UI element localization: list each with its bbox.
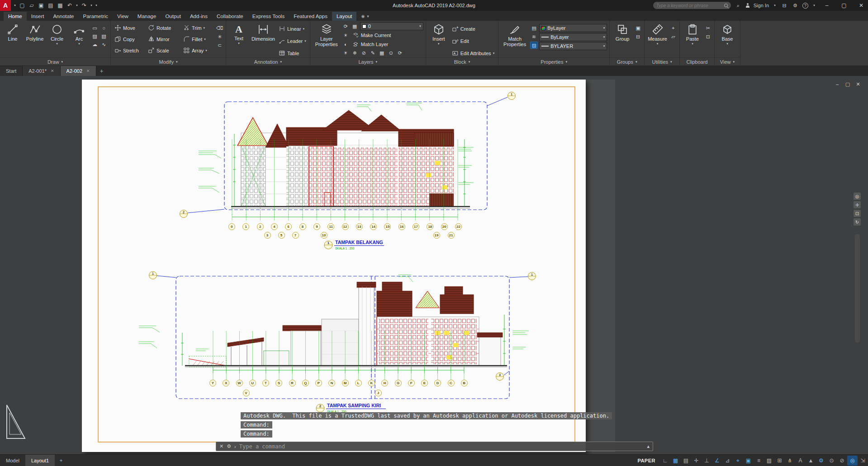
help-search[interactable] bbox=[653, 2, 731, 9]
command-customize-icon[interactable]: ⚙ bbox=[227, 443, 231, 449]
zoom-extents-icon[interactable]: ⊡ bbox=[854, 210, 861, 217]
array-caret-icon[interactable]: ▾ bbox=[205, 49, 207, 52]
rectangle-icon[interactable]: ▭ bbox=[91, 24, 99, 32]
match-properties-tool[interactable]: Match Properties bbox=[501, 22, 529, 56]
utilities-panel-label[interactable]: Utilities▾ bbox=[645, 57, 679, 66]
modify-panel-label[interactable]: Modify▾ bbox=[111, 57, 226, 66]
text-tool[interactable]: A Text ▾ bbox=[228, 22, 249, 56]
arc-caret-icon[interactable]: ▾ bbox=[78, 42, 80, 45]
app-menu-caret-icon[interactable]: ▾ bbox=[13, 1, 17, 10]
close-button[interactable]: ✕ bbox=[854, 0, 868, 11]
gradient-icon[interactable]: ▧ bbox=[100, 33, 108, 40]
new-layout-button[interactable]: ＋ bbox=[55, 455, 67, 466]
insert-caret-icon[interactable]: ▾ bbox=[438, 42, 440, 45]
save-icon[interactable]: ▣ bbox=[37, 1, 46, 10]
revcloud-icon[interactable]: ☁ bbox=[91, 41, 99, 48]
infer-constraints-icon[interactable]: ✛ bbox=[691, 456, 702, 466]
rotate-tool[interactable]: Rotate bbox=[147, 22, 182, 33]
drafting-settings-icon[interactable]: ∟ bbox=[660, 456, 670, 466]
layer-edit-icon[interactable]: ✎ bbox=[369, 49, 377, 56]
erase-icon[interactable]: ⌫ bbox=[216, 24, 223, 32]
tab-annotate[interactable]: Annotate bbox=[48, 12, 78, 21]
plot-icon[interactable]: ▦ bbox=[56, 1, 65, 10]
measure-caret-icon[interactable]: ▾ bbox=[657, 42, 659, 45]
maximize-button[interactable]: ▢ bbox=[837, 0, 851, 11]
tab-manage[interactable]: Manage bbox=[133, 12, 161, 21]
tab-output[interactable]: Output bbox=[161, 12, 185, 21]
command-recent-caret-icon[interactable]: ▴ bbox=[647, 443, 650, 449]
autocad-logo-icon[interactable]: A bbox=[0, 0, 11, 11]
close-tab-icon[interactable]: ✕ bbox=[51, 69, 54, 73]
match-layer-tool[interactable]: Match Layer bbox=[351, 40, 390, 48]
help-icon[interactable]: ? bbox=[802, 3, 808, 9]
lineweight-icon[interactable]: ≡ bbox=[754, 456, 764, 466]
measure-tool[interactable]: Measure ▾ bbox=[647, 22, 668, 56]
object-snap-icon[interactable]: ▣ bbox=[743, 456, 754, 466]
tab-view[interactable]: View bbox=[113, 12, 133, 21]
layout1-tab[interactable]: Layout1 bbox=[25, 455, 55, 466]
snap-icon[interactable]: ▤ bbox=[681, 456, 691, 466]
move-tool[interactable]: Move bbox=[113, 22, 147, 33]
properties-panel-label[interactable]: Properties▾ bbox=[498, 57, 609, 66]
layout-paper-sheet[interactable]: 1 2 1 TAMPAK BELAKANG SKALA 1 : 200 bbox=[82, 80, 586, 452]
insert-block-tool[interactable]: Insert ▾ bbox=[428, 22, 449, 56]
ribbon-minimize-caret-icon[interactable]: ▾ bbox=[367, 14, 369, 19]
leader-tool[interactable]: Leader▾ bbox=[277, 35, 308, 47]
explode-icon[interactable]: ✳ bbox=[216, 33, 223, 40]
ellipse-icon[interactable]: ○ bbox=[100, 24, 108, 32]
tab-addins[interactable]: Add-ins bbox=[185, 12, 212, 21]
spline-icon[interactable]: ∿ bbox=[100, 41, 108, 48]
edit-block-tool[interactable]: Edit bbox=[451, 35, 496, 47]
full-navigation-wheel-icon[interactable]: ◎ bbox=[854, 193, 861, 200]
tab-express-tools[interactable]: Express Tools bbox=[248, 12, 289, 21]
quick-select-icon[interactable]: ▱ bbox=[669, 33, 677, 40]
linetype-dropdown[interactable]: BYLAYER ▾ bbox=[539, 42, 607, 50]
tab-home[interactable]: Home bbox=[4, 12, 27, 21]
leader-caret-icon[interactable]: ▾ bbox=[304, 39, 306, 42]
save-as-icon[interactable]: ▤ bbox=[46, 1, 55, 10]
line-tool[interactable]: Line bbox=[2, 22, 23, 56]
circle-tool[interactable]: Circle ▾ bbox=[47, 22, 67, 56]
doc-restore-icon[interactable]: ▢ bbox=[844, 81, 851, 87]
file-tab-a2-002[interactable]: A2-002✕ bbox=[61, 66, 96, 76]
doc-close-icon[interactable]: ✕ bbox=[854, 81, 862, 87]
sign-in-caret-icon[interactable]: ▾ bbox=[773, 1, 777, 10]
vertical-scrollbar[interactable] bbox=[855, 234, 860, 343]
command-input[interactable] bbox=[239, 443, 644, 450]
help-caret-icon[interactable]: ▾ bbox=[812, 1, 816, 10]
drawing-canvas[interactable]: 1 2 1 TAMPAK BELAKANG SKALA 1 : 200 bbox=[0, 76, 868, 454]
mirror-tool[interactable]: Mirror bbox=[147, 33, 182, 45]
undo-caret-icon[interactable]: ▾ bbox=[75, 1, 79, 10]
offset-icon[interactable]: ⊂ bbox=[216, 42, 223, 49]
minimize-button[interactable]: ‒ bbox=[820, 0, 834, 11]
tab-insert[interactable]: Insert bbox=[27, 12, 49, 21]
groups-panel-label[interactable]: Groups▾ bbox=[610, 57, 644, 66]
layer-freeze-icon[interactable]: ❄ bbox=[351, 49, 359, 56]
lineweight-dropdown[interactable]: ByLayer ▾ bbox=[539, 33, 607, 41]
isolate-objects-icon[interactable]: ⊘ bbox=[837, 456, 847, 466]
dimension-tool[interactable]: Dimension bbox=[251, 22, 276, 56]
trim-caret-icon[interactable]: ▾ bbox=[204, 26, 205, 29]
array-tool[interactable]: Array▾ bbox=[182, 45, 214, 56]
plotstyle-icon[interactable]: ≋ bbox=[530, 33, 538, 40]
list-view-icon[interactable]: ▨ bbox=[530, 42, 538, 49]
polar-tracking-icon[interactable]: ∠ bbox=[712, 456, 722, 466]
make-current-tool[interactable]: Make Current bbox=[351, 31, 393, 39]
stretch-tool[interactable]: Stretch bbox=[113, 45, 147, 56]
hatch-icon[interactable]: ▨ bbox=[91, 33, 99, 40]
arc-tool[interactable]: Arc ▾ bbox=[69, 22, 90, 56]
layer-isolate-icon[interactable]: ◐ bbox=[342, 41, 350, 48]
paste-caret-icon[interactable]: ▾ bbox=[692, 42, 693, 45]
tab-layout[interactable]: Layout bbox=[332, 12, 357, 21]
fillet-caret-icon[interactable]: ▾ bbox=[204, 38, 206, 41]
workspace-icon[interactable]: ⚙ bbox=[816, 456, 826, 466]
object-color-dropdown[interactable]: ByLayer ▾ bbox=[539, 24, 607, 32]
new-drawing-tab-button[interactable]: ＋ bbox=[96, 66, 107, 76]
view-panel-label[interactable]: View▾ bbox=[715, 57, 740, 66]
trim-tool[interactable]: Trim▾ bbox=[182, 22, 214, 33]
linear-caret-icon[interactable]: ▾ bbox=[303, 27, 305, 30]
layer-off-icon[interactable]: ☀ bbox=[342, 32, 350, 39]
annotation-visibility-icon[interactable]: A bbox=[795, 456, 806, 466]
annotation-monitor-icon[interactable]: ⊙ bbox=[826, 456, 837, 466]
layer-filter-icon[interactable]: ▦ bbox=[351, 23, 359, 30]
